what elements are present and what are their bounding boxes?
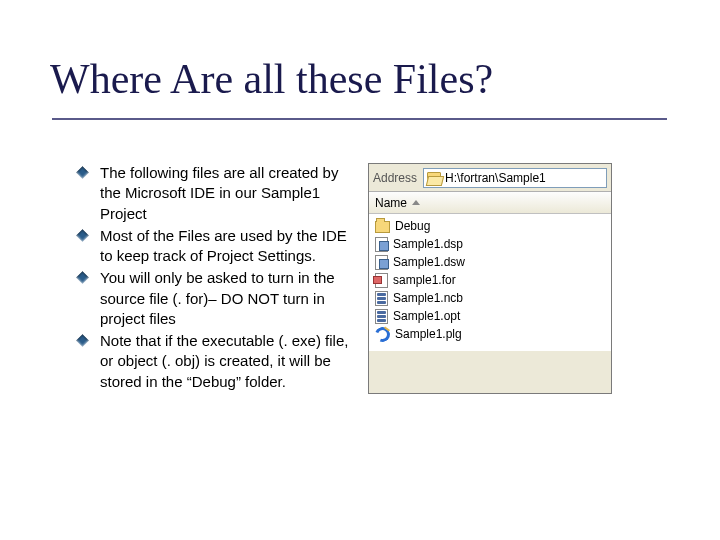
vs-icon bbox=[375, 255, 388, 270]
bullet-item: Most of the Files are used by the IDE to… bbox=[78, 226, 358, 267]
file-name: Sample1.dsp bbox=[393, 237, 463, 251]
file-row[interactable]: Debug bbox=[373, 217, 607, 235]
address-path: H:\fortran\Sample1 bbox=[445, 171, 546, 185]
file-row[interactable]: Sample1.opt bbox=[373, 307, 607, 325]
sort-asc-icon bbox=[412, 200, 420, 205]
file-row[interactable]: Sample1.ncb bbox=[373, 289, 607, 307]
db-icon bbox=[375, 309, 388, 324]
file-panel: Name DebugSample1.dspSample1.dswsample1.… bbox=[369, 192, 611, 351]
file-row[interactable]: sample1.for bbox=[373, 271, 607, 289]
bullet-item: Note that if the executable (. exe) file… bbox=[78, 331, 358, 392]
file-row[interactable]: Sample1.dsw bbox=[373, 253, 607, 271]
file-name: Sample1.opt bbox=[393, 309, 460, 323]
db-icon bbox=[375, 291, 388, 306]
vs-icon bbox=[375, 237, 388, 252]
title-underline bbox=[52, 118, 667, 120]
explorer-window: Address H:\fortran\Sample1 Name DebugSam… bbox=[368, 163, 612, 394]
folder-icon bbox=[375, 221, 390, 233]
file-row[interactable]: Sample1.dsp bbox=[373, 235, 607, 253]
ie-icon bbox=[375, 327, 390, 342]
file-name: Sample1.plg bbox=[395, 327, 462, 341]
bullet-list: The following files are all created by t… bbox=[78, 163, 358, 394]
bullet-item: You will only be asked to turn in the so… bbox=[78, 268, 358, 329]
address-box[interactable]: H:\fortran\Sample1 bbox=[423, 168, 607, 188]
file-name: Sample1.ncb bbox=[393, 291, 463, 305]
file-name: Debug bbox=[395, 219, 430, 233]
src-icon bbox=[375, 273, 388, 288]
address-bar: Address H:\fortran\Sample1 bbox=[369, 164, 611, 192]
slide-title: Where Are all these Files? bbox=[50, 55, 493, 103]
file-row[interactable]: Sample1.plg bbox=[373, 325, 607, 343]
file-name: sample1.for bbox=[393, 273, 456, 287]
column-header-row[interactable]: Name bbox=[369, 192, 611, 214]
file-list: DebugSample1.dspSample1.dswsample1.forSa… bbox=[369, 214, 611, 351]
address-label: Address bbox=[373, 171, 419, 185]
bullet-item: The following files are all created by t… bbox=[78, 163, 358, 224]
name-column-header[interactable]: Name bbox=[375, 196, 420, 210]
file-name: Sample1.dsw bbox=[393, 255, 465, 269]
folder-open-icon bbox=[427, 172, 441, 184]
name-header-label: Name bbox=[375, 196, 407, 210]
